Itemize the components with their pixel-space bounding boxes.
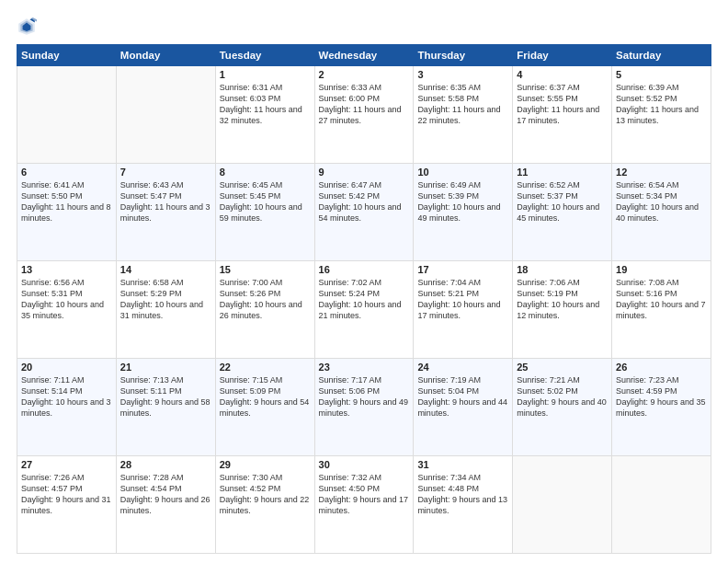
day-number: 16: [319, 264, 410, 275]
day-number: 3: [417, 69, 508, 80]
calendar-cell: 8 Sunrise: 6:45 AMSunset: 5:45 PMDayligh…: [215, 164, 314, 261]
day-number: 28: [120, 459, 211, 470]
cell-info: Sunrise: 7:04 AMSunset: 5:21 PMDaylight:…: [417, 278, 500, 320]
weekday-tuesday: Tuesday: [215, 45, 314, 66]
cell-info: Sunrise: 6:49 AMSunset: 5:39 PMDaylight:…: [417, 180, 500, 223]
cell-info: Sunrise: 6:54 AMSunset: 5:34 PMDaylight:…: [616, 180, 699, 223]
cell-info: Sunrise: 6:31 AMSunset: 6:03 PMDaylight:…: [220, 83, 302, 125]
cell-info: Sunrise: 7:13 AMSunset: 5:11 PMDaylight:…: [120, 375, 210, 418]
cell-info: Sunrise: 7:15 AMSunset: 5:09 PMDaylight:…: [220, 375, 310, 418]
weekday-friday: Friday: [513, 45, 612, 66]
logo: [17, 17, 40, 37]
cell-info: Sunrise: 6:45 AMSunset: 5:45 PMDaylight:…: [220, 180, 302, 223]
calendar-cell: 6 Sunrise: 6:41 AMSunset: 5:50 PMDayligh…: [17, 164, 117, 261]
cell-info: Sunrise: 6:56 AMSunset: 5:31 PMDaylight:…: [21, 278, 104, 320]
cell-info: Sunrise: 7:08 AMSunset: 5:16 PMDaylight:…: [616, 278, 706, 320]
cell-info: Sunrise: 7:19 AMSunset: 5:04 PMDaylight:…: [417, 375, 507, 418]
calendar-cell: 25 Sunrise: 7:21 AMSunset: 5:02 PMDaylig…: [513, 359, 612, 456]
calendar-cell: 28 Sunrise: 7:28 AMSunset: 4:54 PMDaylig…: [116, 456, 215, 554]
calendar-cell: 30 Sunrise: 7:32 AMSunset: 4:50 PMDaylig…: [314, 456, 414, 554]
cell-info: Sunrise: 6:37 AMSunset: 5:55 PMDaylight:…: [517, 83, 599, 125]
day-number: 21: [120, 362, 211, 373]
calendar-cell: 21 Sunrise: 7:13 AMSunset: 5:11 PMDaylig…: [116, 359, 215, 456]
cell-info: Sunrise: 7:23 AMSunset: 4:59 PMDaylight:…: [616, 375, 706, 418]
calendar-cell: 10 Sunrise: 6:49 AMSunset: 5:39 PMDaylig…: [414, 164, 513, 261]
cell-info: Sunrise: 7:17 AMSunset: 5:06 PMDaylight:…: [319, 375, 409, 418]
calendar-cell: 4 Sunrise: 6:37 AMSunset: 5:55 PMDayligh…: [513, 66, 612, 164]
day-number: 19: [616, 264, 707, 275]
calendar-cell: [17, 66, 117, 164]
calendar-cell: 3 Sunrise: 6:35 AMSunset: 5:58 PMDayligh…: [414, 66, 513, 164]
cell-info: Sunrise: 7:11 AMSunset: 5:14 PMDaylight:…: [21, 375, 111, 418]
day-number: 4: [517, 69, 608, 80]
cell-info: Sunrise: 7:32 AMSunset: 4:50 PMDaylight:…: [319, 473, 409, 515]
cell-info: Sunrise: 7:28 AMSunset: 4:54 PMDaylight:…: [120, 473, 210, 515]
calendar-cell: 29 Sunrise: 7:30 AMSunset: 4:52 PMDaylig…: [215, 456, 314, 554]
cell-info: Sunrise: 7:26 AMSunset: 4:57 PMDaylight:…: [21, 473, 111, 515]
day-number: 24: [417, 362, 508, 373]
calendar-cell: [116, 66, 215, 164]
day-number: 8: [220, 167, 311, 178]
week-row-4: 20 Sunrise: 7:11 AMSunset: 5:14 PMDaylig…: [17, 359, 711, 456]
calendar-cell: 22 Sunrise: 7:15 AMSunset: 5:09 PMDaylig…: [215, 359, 314, 456]
calendar-cell: 16 Sunrise: 7:02 AMSunset: 5:24 PMDaylig…: [314, 261, 414, 359]
week-row-2: 6 Sunrise: 6:41 AMSunset: 5:50 PMDayligh…: [17, 164, 711, 261]
day-number: 31: [417, 459, 508, 470]
cell-info: Sunrise: 6:43 AMSunset: 5:47 PMDaylight:…: [120, 180, 210, 223]
calendar-table: SundayMondayTuesdayWednesdayThursdayFrid…: [17, 44, 711, 554]
weekday-sunday: Sunday: [17, 45, 117, 66]
day-number: 5: [616, 69, 707, 80]
calendar-cell: 7 Sunrise: 6:43 AMSunset: 5:47 PMDayligh…: [116, 164, 215, 261]
calendar-cell: 2 Sunrise: 6:33 AMSunset: 6:00 PMDayligh…: [314, 66, 414, 164]
calendar-cell: 13 Sunrise: 6:56 AMSunset: 5:31 PMDaylig…: [17, 261, 117, 359]
day-number: 10: [417, 167, 508, 178]
day-number: 20: [21, 362, 112, 373]
day-number: 18: [517, 264, 608, 275]
day-number: 1: [220, 69, 311, 80]
cell-info: Sunrise: 6:58 AMSunset: 5:29 PMDaylight:…: [120, 278, 203, 320]
day-number: 17: [417, 264, 508, 275]
calendar-cell: 20 Sunrise: 7:11 AMSunset: 5:14 PMDaylig…: [17, 359, 117, 456]
header: [17, 17, 711, 37]
calendar-cell: 11 Sunrise: 6:52 AMSunset: 5:37 PMDaylig…: [513, 164, 612, 261]
weekday-wednesday: Wednesday: [314, 45, 414, 66]
cell-info: Sunrise: 6:52 AMSunset: 5:37 PMDaylight:…: [517, 180, 599, 223]
calendar-cell: 15 Sunrise: 7:00 AMSunset: 5:26 PMDaylig…: [215, 261, 314, 359]
day-number: 26: [616, 362, 707, 373]
cell-info: Sunrise: 7:00 AMSunset: 5:26 PMDaylight:…: [220, 278, 302, 320]
calendar-cell: 27 Sunrise: 7:26 AMSunset: 4:57 PMDaylig…: [17, 456, 117, 554]
cell-info: Sunrise: 6:41 AMSunset: 5:50 PMDaylight:…: [21, 180, 111, 223]
cell-info: Sunrise: 6:47 AMSunset: 5:42 PMDaylight:…: [319, 180, 402, 223]
page: SundayMondayTuesdayWednesdayThursdayFrid…: [0, 0, 728, 563]
weekday-thursday: Thursday: [414, 45, 513, 66]
calendar-cell: 19 Sunrise: 7:08 AMSunset: 5:16 PMDaylig…: [612, 261, 711, 359]
weekday-saturday: Saturday: [612, 45, 711, 66]
week-row-3: 13 Sunrise: 6:56 AMSunset: 5:31 PMDaylig…: [17, 261, 711, 359]
calendar-cell: 5 Sunrise: 6:39 AMSunset: 5:52 PMDayligh…: [612, 66, 711, 164]
calendar-cell: 12 Sunrise: 6:54 AMSunset: 5:34 PMDaylig…: [612, 164, 711, 261]
day-number: 2: [319, 69, 410, 80]
calendar-cell: 1 Sunrise: 6:31 AMSunset: 6:03 PMDayligh…: [215, 66, 314, 164]
day-number: 13: [21, 264, 112, 275]
day-number: 14: [120, 264, 211, 275]
cell-info: Sunrise: 6:35 AMSunset: 5:58 PMDaylight:…: [417, 83, 500, 125]
day-number: 15: [220, 264, 311, 275]
day-number: 29: [220, 459, 311, 470]
day-number: 22: [220, 362, 311, 373]
cell-info: Sunrise: 7:02 AMSunset: 5:24 PMDaylight:…: [319, 278, 402, 320]
cell-info: Sunrise: 7:34 AMSunset: 4:48 PMDaylight:…: [417, 473, 507, 515]
day-number: 25: [517, 362, 608, 373]
calendar-cell: 23 Sunrise: 7:17 AMSunset: 5:06 PMDaylig…: [314, 359, 414, 456]
calendar-cell: [612, 456, 711, 554]
day-number: 6: [21, 167, 112, 178]
cell-info: Sunrise: 7:21 AMSunset: 5:02 PMDaylight:…: [517, 375, 607, 418]
calendar-cell: 26 Sunrise: 7:23 AMSunset: 4:59 PMDaylig…: [612, 359, 711, 456]
weekday-monday: Monday: [116, 45, 215, 66]
cell-info: Sunrise: 6:39 AMSunset: 5:52 PMDaylight:…: [616, 83, 699, 125]
week-row-5: 27 Sunrise: 7:26 AMSunset: 4:57 PMDaylig…: [17, 456, 711, 554]
cell-info: Sunrise: 7:30 AMSunset: 4:52 PMDaylight:…: [220, 473, 310, 515]
calendar-cell: 31 Sunrise: 7:34 AMSunset: 4:48 PMDaylig…: [414, 456, 513, 554]
day-number: 9: [319, 167, 410, 178]
calendar-cell: 17 Sunrise: 7:04 AMSunset: 5:21 PMDaylig…: [414, 261, 513, 359]
logo-icon: [17, 17, 37, 37]
